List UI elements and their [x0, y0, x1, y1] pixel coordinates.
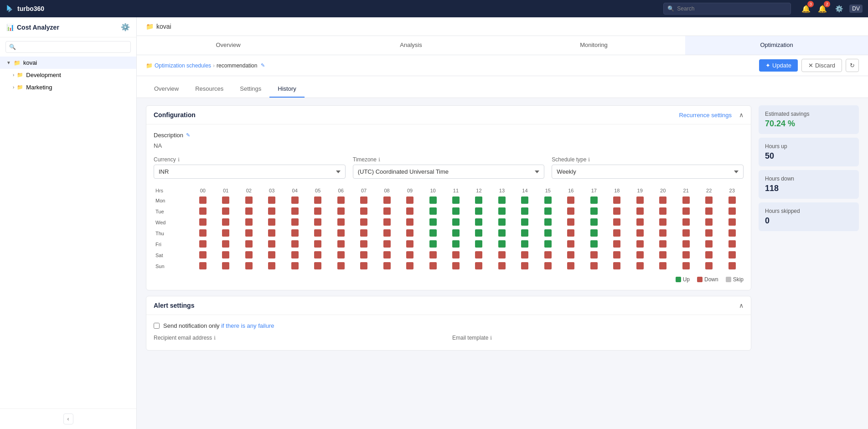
cell-down-indicator[interactable]	[475, 251, 482, 258]
cell-up-indicator[interactable]	[521, 207, 528, 215]
cell-thu-17[interactable]	[583, 228, 605, 239]
cell-mon-21[interactable]	[674, 195, 697, 206]
cell-down-indicator[interactable]	[567, 218, 574, 226]
cell-down-indicator[interactable]	[222, 251, 229, 258]
cell-sun-14[interactable]	[513, 261, 536, 272]
cell-up-indicator[interactable]	[521, 196, 528, 204]
cell-sat-13[interactable]	[491, 250, 513, 261]
cell-down-indicator[interactable]	[659, 218, 666, 226]
timezone-select[interactable]: (UTC) Coordinated Universal Time	[353, 165, 545, 179]
cell-down-indicator[interactable]	[383, 251, 391, 258]
cell-thu-14[interactable]	[513, 228, 536, 239]
cell-sun-10[interactable]	[421, 261, 444, 272]
cell-down-indicator[interactable]	[452, 262, 460, 269]
cell-down-indicator[interactable]	[337, 196, 345, 204]
cell-wed-15[interactable]	[537, 217, 559, 228]
cell-fri-10[interactable]	[421, 239, 444, 250]
cell-down-indicator[interactable]	[268, 218, 275, 226]
cell-fri-11[interactable]	[444, 239, 467, 250]
cell-down-indicator[interactable]	[360, 229, 367, 237]
cell-fri-03[interactable]	[260, 239, 283, 250]
cell-thu-10[interactable]	[421, 228, 444, 239]
cell-down-indicator[interactable]	[406, 207, 413, 215]
cell-mon-20[interactable]	[651, 195, 674, 206]
cell-tue-11[interactable]	[444, 206, 467, 217]
cell-down-indicator[interactable]	[337, 240, 345, 248]
cell-tue-16[interactable]	[559, 206, 582, 217]
sidebar-settings-icon[interactable]: ⚙️	[121, 23, 130, 31]
cell-wed-07[interactable]	[352, 217, 375, 228]
cell-down-indicator[interactable]	[475, 262, 482, 269]
cell-down-indicator[interactable]	[567, 207, 574, 215]
cell-down-indicator[interactable]	[590, 251, 598, 258]
cell-up-indicator[interactable]	[498, 229, 506, 237]
cell-mon-05[interactable]	[306, 195, 329, 206]
cell-thu-18[interactable]	[605, 228, 628, 239]
cell-sat-10[interactable]	[421, 250, 444, 261]
cell-fri-23[interactable]	[720, 239, 744, 250]
cell-up-indicator[interactable]	[475, 207, 482, 215]
cell-down-indicator[interactable]	[245, 262, 253, 269]
cell-down-indicator[interactable]	[613, 251, 620, 258]
cell-fri-12[interactable]	[467, 239, 490, 250]
cell-sat-22[interactable]	[698, 250, 720, 261]
cell-down-indicator[interactable]	[337, 218, 345, 226]
sidebar-item-development[interactable]: › 📁 Development	[0, 69, 136, 81]
cell-sun-11[interactable]	[444, 261, 467, 272]
cell-down-indicator[interactable]	[314, 207, 321, 215]
cell-down-indicator[interactable]	[314, 262, 321, 269]
tab-monitoring[interactable]: Monitoring	[502, 36, 685, 55]
cell-sun-03[interactable]	[260, 261, 283, 272]
cell-down-indicator[interactable]	[268, 229, 275, 237]
cell-tue-07[interactable]	[352, 206, 375, 217]
cell-up-indicator[interactable]	[544, 196, 552, 204]
search-input[interactable]	[677, 5, 787, 12]
cell-down-indicator[interactable]	[314, 229, 321, 237]
cell-down-indicator[interactable]	[291, 229, 299, 237]
sidebar-search-input[interactable]	[5, 41, 131, 53]
cell-down-indicator[interactable]	[222, 229, 229, 237]
cell-sat-18[interactable]	[605, 250, 628, 261]
cell-down-indicator[interactable]	[383, 196, 391, 204]
cell-down-indicator[interactable]	[544, 262, 552, 269]
cell-down-indicator[interactable]	[291, 251, 299, 258]
cell-down-indicator[interactable]	[728, 240, 736, 248]
cell-sun-01[interactable]	[214, 261, 237, 272]
cell-down-indicator[interactable]	[682, 196, 690, 204]
cell-thu-03[interactable]	[260, 228, 283, 239]
cell-up-indicator[interactable]	[429, 240, 437, 248]
cell-thu-13[interactable]	[491, 228, 513, 239]
cell-sat-00[interactable]	[191, 250, 214, 261]
cell-thu-08[interactable]	[375, 228, 398, 239]
schedule-type-info-icon[interactable]: ℹ	[588, 157, 590, 163]
tab-optimization[interactable]: Optimization	[685, 36, 868, 55]
cell-sat-21[interactable]	[674, 250, 697, 261]
cell-mon-13[interactable]	[491, 195, 513, 206]
cell-down-indicator[interactable]	[222, 218, 229, 226]
cell-tue-04[interactable]	[283, 206, 306, 217]
cell-down-indicator[interactable]	[268, 196, 275, 204]
cell-down-indicator[interactable]	[383, 229, 391, 237]
cell-tue-00[interactable]	[191, 206, 214, 217]
cell-thu-21[interactable]	[674, 228, 697, 239]
cell-down-indicator[interactable]	[613, 240, 620, 248]
recipient-info-icon[interactable]: ℹ	[214, 335, 216, 341]
cell-down-indicator[interactable]	[567, 251, 574, 258]
cell-sun-12[interactable]	[467, 261, 490, 272]
cell-down-indicator[interactable]	[636, 218, 644, 226]
cell-sun-17[interactable]	[583, 261, 605, 272]
cell-down-indicator[interactable]	[222, 262, 229, 269]
cell-down-indicator[interactable]	[682, 240, 690, 248]
cell-up-indicator[interactable]	[498, 196, 506, 204]
cell-down-indicator[interactable]	[245, 218, 253, 226]
cell-down-indicator[interactable]	[360, 218, 367, 226]
cell-up-indicator[interactable]	[498, 218, 506, 226]
cell-up-indicator[interactable]	[521, 240, 528, 248]
cell-up-indicator[interactable]	[521, 229, 528, 237]
cell-down-indicator[interactable]	[268, 207, 275, 215]
cell-sat-08[interactable]	[375, 250, 398, 261]
cell-up-indicator[interactable]	[590, 240, 598, 248]
cell-sun-08[interactable]	[375, 261, 398, 272]
breadcrumb-link[interactable]: Optimization schedules	[155, 62, 211, 69]
cell-tue-20[interactable]	[651, 206, 674, 217]
